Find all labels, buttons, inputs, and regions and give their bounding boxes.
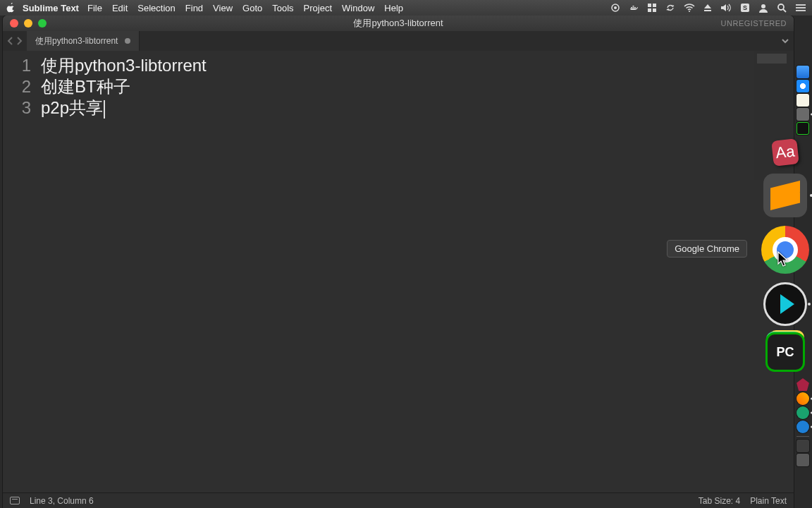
status-grid-icon[interactable]	[647, 3, 657, 13]
mouse-cursor-icon	[777, 251, 790, 268]
svg-text:S: S	[743, 4, 747, 11]
menu-window[interactable]: Window	[342, 3, 374, 13]
active-app-name[interactable]: Sublime Text	[23, 3, 79, 13]
dock-item-notes[interactable]	[796, 94, 809, 107]
svg-point-1	[614, 6, 617, 9]
svg-rect-4	[648, 8, 651, 12]
status-user-icon[interactable]	[758, 3, 768, 13]
window-minimize-button[interactable]	[24, 19, 32, 28]
dock-item-app-a[interactable]	[796, 378, 809, 391]
status-volume-icon[interactable]	[720, 3, 732, 13]
dock-item-sublime[interactable]	[763, 174, 807, 217]
menu-selection[interactable]: Selection	[137, 3, 175, 13]
macos-dock-tail	[794, 377, 812, 467]
menu-view[interactable]: View	[213, 3, 233, 13]
dictionary-glyph: Aa	[775, 143, 795, 163]
dock-item-terminal[interactable]	[796, 122, 809, 135]
file-tab-label: 使用python3-libtorrent	[35, 35, 118, 47]
dock-item-safari[interactable]	[796, 80, 809, 92]
status-wifi-icon[interactable]	[684, 3, 695, 13]
dock-item-app-b[interactable]	[796, 392, 809, 405]
line-number: 1	[3, 55, 31, 76]
tab-back-icon[interactable]	[7, 37, 14, 45]
dock-item-app-c[interactable]	[796, 406, 809, 419]
window-zoom-button[interactable]	[38, 19, 47, 28]
menu-file[interactable]: File	[87, 3, 102, 13]
svg-point-9	[761, 4, 765, 8]
macos-menubar: Sublime Text File Edit Selection Find Vi…	[0, 0, 812, 16]
status-bar: Line 3, Column 6 Tab Size: 4 Plain Text	[3, 492, 794, 508]
line-number: 2	[3, 76, 31, 97]
apple-menu-icon[interactable]	[6, 3, 16, 13]
status-eject-icon[interactable]	[703, 3, 712, 13]
dock-item-app-d[interactable]	[796, 421, 809, 433]
menu-help[interactable]: Help	[384, 3, 403, 13]
tab-nav-arrows	[3, 31, 27, 51]
tab-bar: 使用python3-libtorrent	[3, 31, 794, 51]
dock-item-dictionary[interactable]: Aa	[771, 138, 799, 167]
window-title: 使用python3-libtorrent	[3, 17, 794, 30]
menu-goto[interactable]: Goto	[242, 3, 262, 13]
tab-forward-icon[interactable]	[16, 37, 23, 45]
editor-area[interactable]: 1 2 3 使用python3-libtorrent 创建BT种子 p2p共享	[3, 51, 794, 492]
sublime-window: 使用python3-libtorrent UNREGISTERED 使用pyth…	[3, 16, 794, 508]
tab-dirty-indicator-icon	[125, 38, 130, 44]
statusbar-position[interactable]: Line 3, Column 6	[30, 496, 94, 506]
svg-rect-5	[653, 8, 656, 12]
dock-item-video-player[interactable]	[763, 282, 807, 326]
text-caret	[104, 100, 105, 119]
dock-separator	[796, 436, 809, 437]
unregistered-label: UNREGISTERED	[721, 19, 787, 28]
status-record-icon[interactable]	[610, 3, 620, 13]
menu-tools[interactable]: Tools	[272, 3, 293, 13]
console-toggle-icon[interactable]	[10, 497, 20, 504]
svg-point-10	[778, 4, 784, 10]
status-hamburger-icon[interactable]	[795, 3, 806, 13]
window-titlebar[interactable]: 使用python3-libtorrent UNREGISTERED	[3, 16, 794, 31]
window-close-button[interactable]	[10, 19, 18, 28]
dock-item-finder[interactable]	[796, 66, 809, 78]
line-number-gutter: 1 2 3	[3, 51, 41, 492]
code-line: 使用python3-libtorrent	[41, 55, 794, 76]
status-docker-icon[interactable]	[629, 3, 639, 13]
menu-edit[interactable]: Edit	[112, 3, 128, 13]
statusbar-tabsize[interactable]: Tab Size: 4	[699, 496, 740, 506]
code-line: 创建BT种子	[41, 76, 794, 97]
tab-overflow-icon[interactable]	[781, 35, 789, 48]
svg-line-11	[783, 9, 786, 12]
status-spotlight-icon[interactable]	[777, 3, 787, 13]
pycharm-glyph: PC	[776, 345, 794, 360]
line-number: 3	[3, 97, 31, 119]
menu-find[interactable]: Find	[185, 3, 203, 13]
svg-rect-3	[653, 4, 656, 7]
svg-point-6	[689, 11, 690, 12]
status-sync-icon[interactable]	[665, 3, 675, 13]
dock-tooltip: Google Chrome	[667, 240, 747, 258]
svg-rect-2	[648, 4, 651, 7]
dock-item-settings[interactable]	[796, 108, 809, 121]
dock-item-downloads[interactable]	[796, 440, 809, 452]
dock-item-trash[interactable]	[796, 454, 809, 466]
traffic-lights	[10, 19, 47, 28]
statusbar-syntax[interactable]: Plain Text	[750, 496, 787, 506]
file-tab[interactable]: 使用python3-libtorrent	[27, 31, 140, 51]
code-content[interactable]: 使用python3-libtorrent 创建BT种子 p2p共享	[41, 51, 794, 492]
menu-project[interactable]: Project	[304, 3, 332, 13]
dock-item-pycharm[interactable]: PC	[768, 334, 803, 370]
code-line: p2p共享	[41, 97, 794, 119]
status-app-s-icon[interactable]: S	[740, 3, 750, 13]
